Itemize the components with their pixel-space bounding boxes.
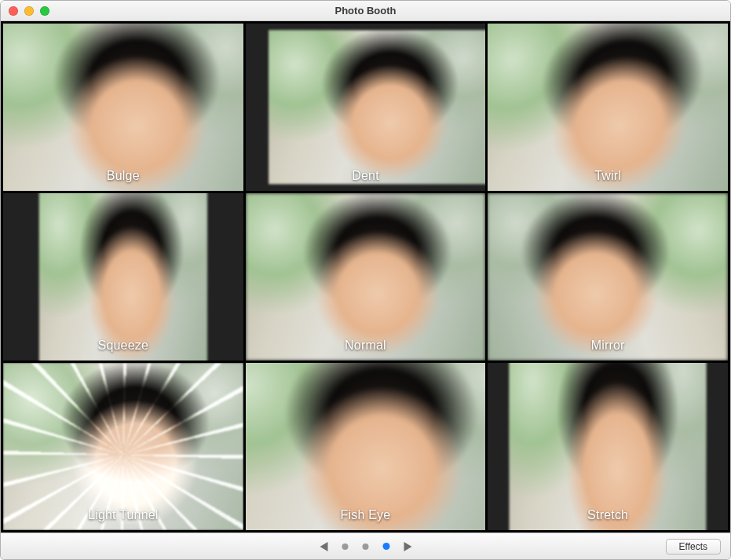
window-title: Photo Booth (1, 5, 730, 16)
bottom-toolbar: Effects (1, 533, 730, 559)
effects-button-label: Effects (679, 541, 707, 552)
effect-preview (3, 363, 243, 530)
effect-cell-squeeze[interactable]: Squeeze (3, 193, 243, 361)
effects-grid: Bulge Dent Twirl Squeeze Normal Mirror L… (1, 21, 730, 533)
effect-cell-normal[interactable]: Normal (246, 193, 486, 361)
photo-booth-window: Photo Booth Bulge Dent Twirl Squeeze Nor… (0, 0, 731, 560)
page-dot-1[interactable] (342, 544, 348, 550)
effect-preview (246, 363, 486, 530)
page-dot-3[interactable] (382, 543, 389, 550)
effect-preview (488, 193, 728, 361)
effect-label: Bulge (3, 169, 243, 183)
effect-preview (39, 193, 207, 361)
effect-preview (510, 363, 707, 530)
effect-label: Mirror (488, 339, 728, 353)
effect-preview (3, 24, 243, 191)
effect-label: Light Tunnel (3, 508, 243, 522)
effect-preview (269, 31, 486, 185)
effect-cell-light-tunnel[interactable]: Light Tunnel (3, 363, 243, 530)
effect-cell-twirl[interactable]: Twirl (488, 24, 728, 191)
effect-cell-dent[interactable]: Dent (246, 24, 486, 191)
previous-page-arrow-icon[interactable] (320, 542, 327, 551)
effect-preview (246, 193, 486, 361)
effect-cell-stretch[interactable]: Stretch (488, 363, 728, 530)
effect-cell-bulge[interactable]: Bulge (3, 24, 243, 191)
effect-cell-mirror[interactable]: Mirror (488, 193, 728, 361)
effects-button[interactable]: Effects (666, 539, 721, 555)
effect-label: Fish Eye (246, 508, 486, 522)
page-dot-2[interactable] (362, 544, 368, 550)
effect-label: Squeeze (3, 339, 243, 353)
next-page-arrow-icon[interactable] (404, 542, 411, 551)
effect-label: Dent (246, 169, 486, 183)
effect-label: Stretch (488, 508, 728, 522)
effect-cell-fish-eye[interactable]: Fish Eye (246, 363, 486, 530)
effects-pager (320, 542, 411, 551)
effect-label: Twirl (488, 169, 728, 183)
titlebar: Photo Booth (1, 1, 730, 21)
effect-label: Normal (246, 339, 486, 353)
effect-preview (488, 24, 728, 191)
